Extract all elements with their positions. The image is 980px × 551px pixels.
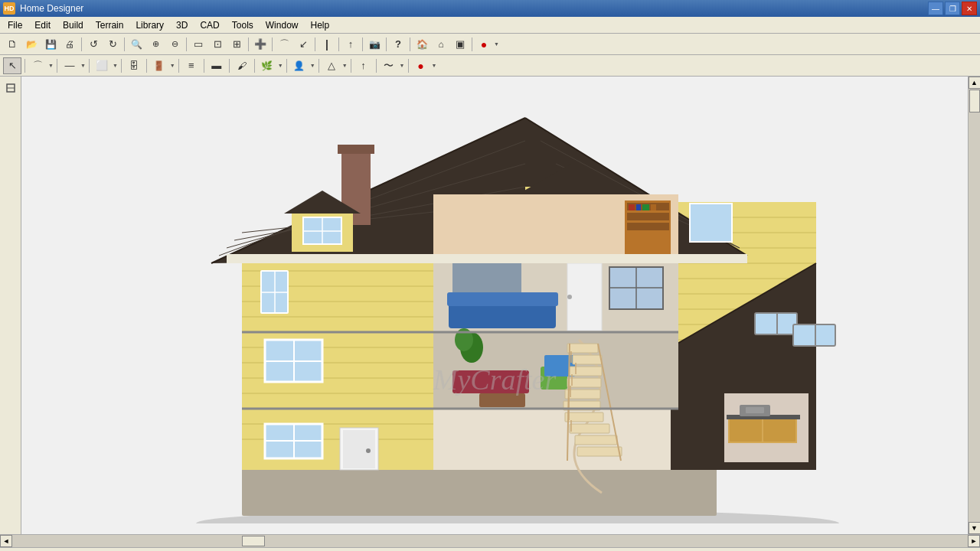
pointer-button[interactable]: ↖ xyxy=(3,57,21,74)
floor-plan-button[interactable]: ⌂ xyxy=(432,36,450,53)
elevation-button[interactable]: ▣ xyxy=(451,36,469,53)
scroll-left-button[interactable]: ◄ xyxy=(0,535,12,547)
record-button[interactable]: ● xyxy=(475,36,493,53)
rooms-dropdown[interactable]: ▼ xyxy=(113,63,118,68)
close-button[interactable]: ✕ xyxy=(962,2,977,15)
arrow-dn-button[interactable]: ↙ xyxy=(294,36,312,53)
path-button[interactable]: 〜 xyxy=(380,57,398,74)
separator xyxy=(318,59,319,73)
save-button[interactable]: 💾 xyxy=(41,36,60,53)
menu-help[interactable]: Help xyxy=(304,18,335,32)
separator xyxy=(315,37,315,51)
scroll-right-button[interactable]: ► xyxy=(968,535,980,547)
bottom-scrollbar: ◄ ► xyxy=(0,534,980,547)
svg-rect-61 xyxy=(629,204,635,210)
record2-button[interactable]: ● xyxy=(412,57,430,74)
line-dropdown[interactable]: ▼ xyxy=(80,63,86,68)
menu-terrain[interactable]: Terrain xyxy=(90,18,130,32)
separator xyxy=(376,59,377,73)
arrow-up2-button[interactable]: ↑ xyxy=(354,57,373,74)
svg-rect-91 xyxy=(343,430,375,468)
arc-button[interactable]: ⌒ xyxy=(275,36,293,53)
menu-build[interactable]: Build xyxy=(57,18,90,32)
open-button[interactable]: 📂 xyxy=(22,36,41,53)
svg-rect-71 xyxy=(567,263,602,331)
doors-dropdown[interactable]: ▼ xyxy=(170,63,175,68)
plants-dropdown[interactable]: ▼ xyxy=(278,63,283,68)
walls-button[interactable]: ▬ xyxy=(207,57,226,74)
zoom-fit-button[interactable]: ⊞ xyxy=(227,36,246,53)
stairs-button[interactable]: ≡ xyxy=(182,57,201,74)
separator xyxy=(81,37,82,51)
scroll-h-track xyxy=(12,535,968,547)
path-dropdown[interactable]: ▼ xyxy=(400,63,405,68)
paint-button[interactable]: 🖌 xyxy=(233,57,251,74)
svg-rect-114 xyxy=(730,418,762,442)
people-dropdown[interactable]: ▼ xyxy=(310,63,315,68)
separator xyxy=(408,59,409,73)
separator xyxy=(178,59,179,73)
people-button[interactable]: 👤 xyxy=(290,57,309,74)
restore-button[interactable]: ❐ xyxy=(945,2,960,15)
scroll-down-button[interactable]: ▼ xyxy=(969,522,981,534)
line1-button[interactable]: | xyxy=(318,36,336,53)
line-tool-button[interactable]: — xyxy=(60,57,79,74)
app-icon: HD xyxy=(3,2,15,15)
scroll-up-button[interactable]: ▲ xyxy=(969,77,981,89)
separator xyxy=(254,59,255,73)
right-scrollbar: ▲ ▼ xyxy=(968,77,980,534)
menu-file[interactable]: File xyxy=(2,18,28,32)
separator xyxy=(248,37,249,51)
svg-point-92 xyxy=(366,448,371,453)
record-dropdown[interactable]: ▼ xyxy=(494,41,499,47)
separator xyxy=(362,37,363,51)
menu-window[interactable]: Window xyxy=(260,18,305,32)
shapes-dropdown[interactable]: ▼ xyxy=(342,63,348,68)
print-button[interactable]: 🖨 xyxy=(60,36,79,53)
scroll-h-thumb[interactable] xyxy=(242,536,265,546)
menu-tools[interactable]: Tools xyxy=(226,18,260,32)
arc-dropdown[interactable]: ▼ xyxy=(48,63,54,68)
redo-button[interactable]: ↻ xyxy=(103,36,122,53)
svg-rect-121 xyxy=(793,324,835,346)
cabinets-button[interactable]: 🗄 xyxy=(125,57,143,74)
record2-dropdown[interactable]: ▼ xyxy=(432,63,437,68)
fill-button[interactable]: ⊡ xyxy=(208,36,227,53)
menu-edit[interactable]: Edit xyxy=(28,18,57,32)
menu-3d[interactable]: 3D xyxy=(170,18,194,32)
shapes-button[interactable]: △ xyxy=(322,57,341,74)
arrow-up-button[interactable]: ↑ xyxy=(341,36,360,53)
separator xyxy=(286,59,287,73)
toolbar-2: ↖ ⌒ ▼ — ▼ ⬜ ▼ 🗄 🚪 ▼ ≡ ▬ 🖌 🌿 ▼ 👤 ▼ △ ▼ ↑ … xyxy=(0,55,980,77)
svg-rect-70 xyxy=(447,292,558,306)
select-button[interactable]: ▭ xyxy=(189,36,207,53)
plants-button[interactable]: 🌿 xyxy=(258,57,276,74)
minimize-button[interactable]: — xyxy=(928,2,943,15)
zoom-in-button[interactable]: ⊕ xyxy=(146,36,165,53)
add-button[interactable]: ➕ xyxy=(251,36,270,53)
menu-library[interactable]: Library xyxy=(129,18,170,32)
camera-button[interactable]: 📷 xyxy=(365,36,384,53)
rooms-button[interactable]: ⬜ xyxy=(93,57,111,74)
left-sidebar xyxy=(0,77,21,534)
canvas-area[interactable]: MyCrafter xyxy=(21,77,968,534)
views-button[interactable]: 🏠 xyxy=(413,36,431,53)
separator xyxy=(204,59,204,73)
sidebar-btn-1[interactable] xyxy=(2,80,19,96)
undo-button[interactable]: ↺ xyxy=(84,36,103,53)
doors-button[interactable]: 🚪 xyxy=(150,57,168,74)
help-button[interactable]: ? xyxy=(389,36,407,53)
new-button[interactable]: 🗋 xyxy=(3,36,21,53)
svg-rect-93 xyxy=(567,344,598,353)
scroll-thumb[interactable] xyxy=(969,90,980,112)
svg-rect-101 xyxy=(575,435,617,445)
search-button[interactable]: 🔍 xyxy=(127,36,145,53)
app-title: Home Designer xyxy=(20,3,928,14)
zoom-out-button[interactable]: ⊖ xyxy=(165,36,184,53)
svg-rect-94 xyxy=(573,355,602,364)
menu-cad[interactable]: CAD xyxy=(194,18,225,32)
separator xyxy=(272,37,273,51)
separator xyxy=(57,59,57,73)
svg-point-72 xyxy=(567,295,572,299)
arc-tool-button[interactable]: ⌒ xyxy=(28,57,47,74)
